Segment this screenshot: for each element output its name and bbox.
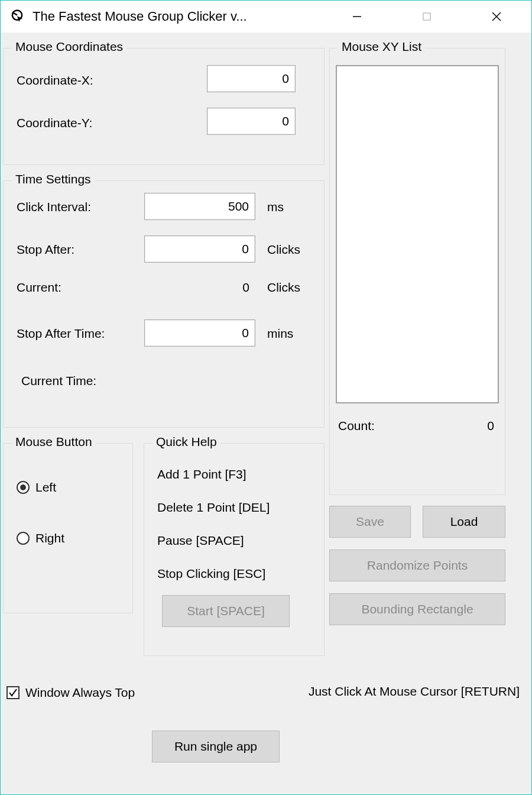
stop-after-value: 0 [242,242,249,256]
group-mouse-button: Mouse Button Left Right [3,443,133,613]
maximize-button [392,1,462,33]
load-button[interactable]: Load [423,506,505,538]
app-icon [9,8,25,25]
window-title: The Fastest Mouse Group Clicker v... [33,9,322,24]
start-button-label: Start [SPACE] [187,604,265,618]
coord-y-value: 0 [282,114,289,128]
stop-after-time-label: Stop After Time: [17,327,105,341]
interval-label: Click Interval: [17,200,91,214]
xy-listbox[interactable] [336,65,499,403]
maximize-icon [423,12,431,21]
current-value-wrap: 0 [144,280,255,295]
group-time-settings: Time Settings Click Interval: 500 ms Sto… [3,180,325,428]
minimize-icon [353,12,361,21]
radio-right-label: Right [35,531,64,545]
radio-right[interactable]: Right [17,531,64,545]
interval-unit: ms [267,200,284,214]
legend-mouse-button: Mouse Button [12,435,96,449]
titlebar: The Fastest Mouse Group Clicker v... [1,1,531,33]
help-delete-point: Delete 1 Point [DEL] [157,500,270,515]
stop-after-label: Stop After: [17,243,74,257]
checkbox-box-icon [7,686,20,699]
help-pause: Pause [SPACE] [157,534,244,548]
legend-time: Time Settings [12,172,95,186]
minimize-button[interactable] [322,1,392,33]
legend-quick-help: Quick Help [153,435,220,449]
coord-y-input[interactable]: 0 [207,108,296,135]
help-stop: Stop Clicking [ESC] [157,567,265,581]
stop-after-time-value: 0 [242,326,249,340]
save-button-label: Save [356,515,384,529]
just-click-label: Just Click At Mouse Cursor [RETURN] [309,684,520,699]
window-controls [322,1,531,33]
current-label: Current: [17,280,61,295]
coord-x-input[interactable]: 0 [207,65,296,92]
checkbox-always-top[interactable]: Window Always Top [7,686,135,700]
load-button-label: Load [450,515,478,529]
radio-left-label: Left [35,480,56,495]
save-button[interactable]: Save [329,506,411,538]
stop-after-time-input[interactable]: 0 [144,319,255,347]
radio-right-dot-icon [17,532,30,545]
count-label: Count: [338,419,375,433]
client-area: Mouse Coordinates Coordinate-X: 0 Coordi… [1,33,531,794]
run-single-button[interactable]: Run single app [152,731,280,762]
current-time-label: Current Time: [21,374,96,388]
checkbox-always-top-label: Window Always Top [25,686,135,700]
group-quick-help: Quick Help Add 1 Point [F3] Delete 1 Poi… [144,443,325,656]
current-unit: Clicks [267,280,300,295]
coord-x-label: Coordinate-X: [17,73,93,88]
randomize-button-label: Randomize Points [367,558,468,573]
start-button[interactable]: Start [SPACE] [162,595,290,627]
randomize-button[interactable]: Randomize Points [329,550,505,581]
close-icon [492,12,501,21]
stop-after-time-unit: mins [267,327,293,341]
radio-left-dot-icon [17,481,30,494]
app-window: The Fastest Mouse Group Clicker v... Mou… [0,0,532,795]
current-value: 0 [144,280,255,295]
check-icon [8,688,18,697]
group-mouse-coordinates: Mouse Coordinates Coordinate-X: 0 Coordi… [3,48,325,165]
coord-y-label: Coordinate-Y: [17,116,92,130]
legend-coordinates: Mouse Coordinates [12,40,126,54]
svg-rect-2 [423,13,430,20]
group-xy-list: Mouse XY List Count: 0 [329,48,505,495]
bounding-button-label: Bounding Rectangle [361,602,473,616]
close-button[interactable] [462,1,531,33]
radio-left[interactable]: Left [17,480,56,495]
legend-xy-list: Mouse XY List [338,40,425,54]
interval-value: 500 [228,199,249,214]
coord-x-value: 0 [282,72,289,86]
stop-after-input[interactable]: 0 [144,235,255,263]
bounding-button[interactable]: Bounding Rectangle [329,593,505,625]
run-single-button-label: Run single app [174,739,257,754]
help-add-point: Add 1 Point [F3] [157,467,246,481]
stop-after-unit: Clicks [267,243,300,257]
interval-input[interactable]: 500 [144,193,255,220]
count-value: 0 [487,419,494,433]
